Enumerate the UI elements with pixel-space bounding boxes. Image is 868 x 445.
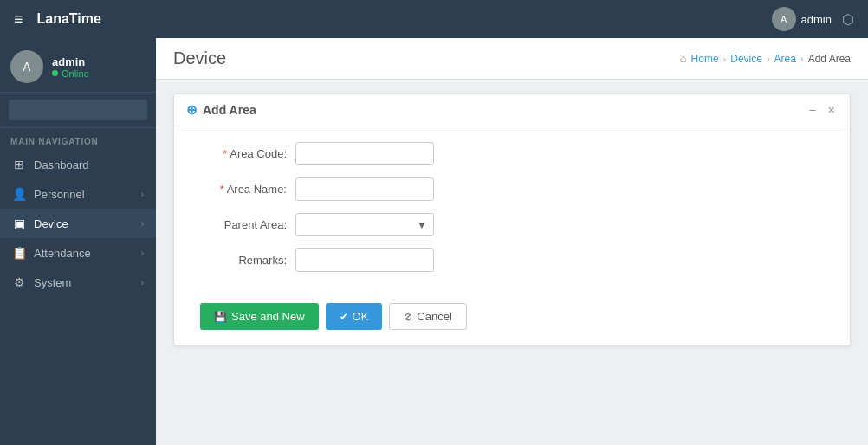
sidebar-user: A admin Online — [0, 38, 156, 93]
attendance-icon: 📋 — [12, 246, 26, 260]
breadcrumb-area[interactable]: Area — [774, 53, 796, 65]
save-icon: 💾 — [214, 311, 227, 323]
minimize-button[interactable]: − — [806, 104, 819, 116]
personnel-icon: 👤 — [12, 187, 26, 201]
sidebar-item-label: Personnel — [34, 188, 85, 201]
nav-user: A admin — [772, 7, 832, 31]
area-code-input[interactable] — [295, 142, 434, 165]
breadcrumb: ⌂ Home › Device › Area › Add Area — [680, 52, 851, 65]
modal-card: ⊕ Add Area − × Area Code: Area Name: — [173, 94, 851, 346]
home-icon: ⌂ — [680, 52, 687, 65]
remarks-input[interactable] — [295, 248, 434, 272]
area-name-input[interactable] — [295, 177, 434, 201]
nav-username: admin — [801, 13, 832, 26]
parent-area-select-wrap: ▼ — [295, 213, 434, 236]
modal-title: ⊕ Add Area — [186, 102, 256, 118]
sidebar-item-label: Dashboard — [34, 158, 89, 171]
parent-area-select[interactable] — [295, 213, 434, 236]
status-dot — [52, 70, 58, 76]
form-row-area-name: Area Name: — [200, 177, 824, 201]
modal-footer: 💾 Save and New ✔ OK ⊘ Cancel — [174, 300, 850, 345]
sidebar-item-dashboard[interactable]: ⊞ Dashboard — [0, 150, 156, 179]
sidebar-item-system[interactable]: ⚙ System › — [0, 268, 156, 297]
page-header: Device ⌂ Home › Device › Area › Add Area — [156, 38, 868, 80]
area-name-label: Area Name: — [200, 183, 295, 196]
hamburger-icon[interactable]: ≡ — [14, 10, 23, 29]
breadcrumb-device[interactable]: Device — [730, 53, 762, 65]
main-layout: A admin Online MAIN NAVIGATION ⊞ Dashboa… — [0, 38, 868, 445]
sidebar-item-attendance[interactable]: 📋 Attendance › — [0, 238, 156, 268]
cancel-icon: ⊘ — [404, 311, 412, 323]
modal-header: ⊕ Add Area − × — [174, 94, 850, 126]
sidebar: A admin Online MAIN NAVIGATION ⊞ Dashboa… — [0, 38, 156, 445]
save-and-new-button[interactable]: 💾 Save and New — [200, 303, 319, 330]
sidebar-user-info: admin Online — [52, 55, 89, 79]
ok-button[interactable]: ✔ OK — [326, 303, 383, 330]
share-icon[interactable]: ⬡ — [842, 11, 854, 28]
sidebar-status: Online — [52, 68, 89, 79]
chevron-right-icon: › — [141, 248, 144, 258]
breadcrumb-sep1: › — [723, 54, 727, 64]
chevron-right-icon: › — [141, 219, 144, 229]
sidebar-item-label: System — [34, 276, 71, 289]
close-button[interactable]: × — [826, 104, 838, 116]
sidebar-username: admin — [52, 55, 89, 68]
avatar: A — [772, 7, 796, 31]
breadcrumb-sep3: › — [800, 54, 804, 64]
content-area: Device ⌂ Home › Device › Area › Add Area… — [156, 38, 868, 445]
system-icon: ⚙ — [12, 275, 26, 289]
chevron-right-icon: › — [141, 278, 144, 287]
form-row-remarks: Remarks: — [200, 248, 824, 272]
top-navbar: ≡ LanaTime A admin ⬡ — [0, 0, 868, 38]
sidebar-search-area — [0, 93, 156, 128]
breadcrumb-current: Add Area — [808, 53, 851, 65]
sidebar-item-personnel[interactable]: 👤 Personnel › — [0, 179, 156, 209]
navbar-left: ≡ LanaTime — [14, 10, 101, 29]
chevron-right-icon: › — [141, 190, 144, 199]
navbar-right: A admin ⬡ — [772, 7, 854, 31]
remarks-label: Remarks: — [200, 254, 295, 267]
sidebar-nav-label: MAIN NAVIGATION — [0, 128, 156, 150]
dashboard-icon: ⊞ — [12, 158, 26, 171]
sidebar-item-device[interactable]: ▣ Device › — [0, 209, 156, 238]
ok-label: OK — [353, 310, 369, 323]
add-area-icon: ⊕ — [186, 102, 198, 118]
check-icon: ✔ — [340, 311, 348, 323]
form-row-parent-area: Parent Area: ▼ — [200, 213, 824, 236]
sidebar-search-input[interactable] — [9, 100, 147, 120]
modal-body: Area Code: Area Name: Parent Area: ▼ — [174, 126, 850, 300]
modal-controls: − × — [806, 104, 838, 116]
device-icon: ▣ — [12, 216, 26, 230]
sidebar-item-label: Device — [34, 217, 68, 230]
page-title: Device — [173, 48, 226, 68]
modal-title-text: Add Area — [203, 103, 256, 117]
brand-name: LanaTime — [37, 11, 101, 27]
breadcrumb-sep2: › — [767, 54, 770, 64]
area-code-label: Area Code: — [200, 147, 295, 160]
parent-area-label: Parent Area: — [200, 218, 295, 231]
cancel-label: Cancel — [417, 310, 451, 323]
sidebar-avatar: A — [10, 50, 43, 83]
cancel-button[interactable]: ⊘ Cancel — [389, 303, 466, 330]
sidebar-item-label: Attendance — [34, 247, 91, 260]
breadcrumb-home[interactable]: Home — [691, 53, 719, 65]
save-and-new-label: Save and New — [231, 310, 305, 323]
form-row-area-code: Area Code: — [200, 142, 824, 165]
